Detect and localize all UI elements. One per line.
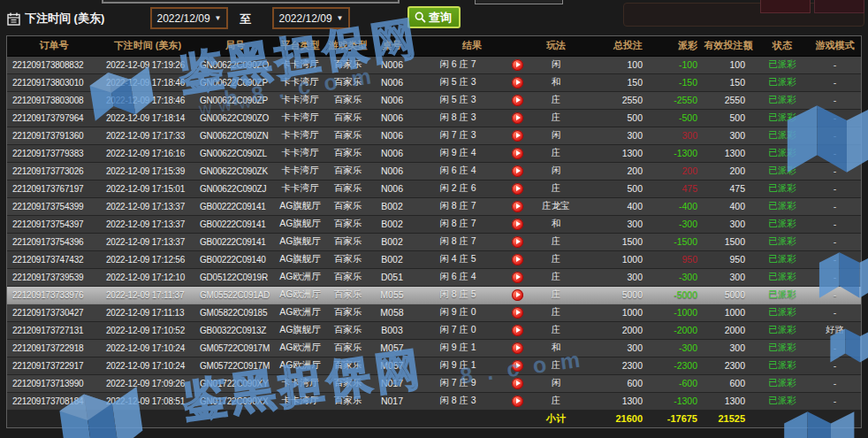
cell-mode: - xyxy=(809,73,861,91)
cell-time: 2022-12-09 17:12:10 xyxy=(101,268,194,286)
cell-platform: AG欧洲厅 xyxy=(276,357,324,374)
cell-status: 已派彩 xyxy=(756,250,809,268)
play-video-icon[interactable] xyxy=(512,360,523,372)
cell-platform: AG旗舰厅 xyxy=(276,321,324,339)
cell-result: 闲 9 庄 1 xyxy=(413,339,503,357)
table-row[interactable]: 2212091738088322022-12-09 17:19:26GN0062… xyxy=(7,56,861,73)
play-video-icon[interactable] xyxy=(512,342,523,354)
table-row[interactable]: 2212091737139902022-12-09 17:09:26GN0172… xyxy=(7,374,861,392)
table-row[interactable]: 2212091737229172022-12-09 17:10:24GM0572… xyxy=(7,357,861,374)
table-row[interactable]: 2212091737474322022-12-09 17:12:56GB0022… xyxy=(7,250,861,268)
date-from-select[interactable]: 2022/12/09 ▼ xyxy=(150,7,228,29)
table-row[interactable]: 2212091737271312022-12-09 17:10:52GB0032… xyxy=(7,321,861,339)
cell-bet: 2000 xyxy=(581,321,646,339)
play-video-icon[interactable] xyxy=(512,77,523,88)
cell-game: 百家乐 xyxy=(324,127,371,144)
play-video-icon[interactable] xyxy=(512,396,523,407)
cell-result: 闲 7 庄 3 xyxy=(413,127,503,144)
table-row[interactable]: 2212091737730262022-12-09 17:15:39GN0062… xyxy=(7,162,861,180)
table-row[interactable]: 2212091738030102022-12-09 17:18:46GN0062… xyxy=(7,73,861,91)
play-video-icon[interactable] xyxy=(512,183,523,195)
cell-platform: AG旗舰厅 xyxy=(276,250,324,268)
cell-order: 221209173722917 xyxy=(7,357,101,374)
play-video-icon[interactable] xyxy=(512,112,523,124)
cell-valid: 5000 xyxy=(701,286,756,304)
cell-result: 闲 8 庄 7 xyxy=(413,233,503,250)
cell-time: 2022-12-09 17:18:46 xyxy=(101,91,194,109)
header-game: 游戏类型 xyxy=(324,36,371,56)
play-video-icon[interactable] xyxy=(512,378,523,389)
cell-time: 2022-12-09 17:16:16 xyxy=(101,144,194,162)
table-row[interactable]: 2212091737339762022-12-09 17:11:37GM0552… xyxy=(7,286,861,304)
cell-round: GD05122C0919R xyxy=(194,268,276,286)
play-video-icon[interactable] xyxy=(512,219,523,230)
cell-bet: 300 xyxy=(581,268,646,286)
search-button[interactable]: 查询 xyxy=(407,6,461,28)
cell-time: 2022-12-09 17:15:39 xyxy=(101,162,194,180)
table-row[interactable]: 2212091737543962022-12-09 17:13:37GB0022… xyxy=(7,233,861,250)
cell-order: 221209173713990 xyxy=(7,374,101,392)
cell-platform: 卡卡湾厅 xyxy=(276,56,324,73)
table-row[interactable]: 2212091737671972022-12-09 17:15:01GN0062… xyxy=(7,180,861,197)
cell-table_no: N006 xyxy=(371,109,413,127)
table-row[interactable]: 2212091737543972022-12-09 17:13:37GB0022… xyxy=(7,215,861,233)
cell-bet: 200 xyxy=(581,162,646,180)
date-to-select[interactable]: 2022/12/09 ▼ xyxy=(272,7,350,29)
cell-order: 221209173730427 xyxy=(7,304,101,321)
play-video-icon[interactable] xyxy=(512,59,523,71)
cell-result: 闲 8 庄 3 xyxy=(413,109,503,127)
cell-replay xyxy=(503,109,531,127)
cell-replay xyxy=(503,286,531,304)
cell-time: 2022-12-09 17:08:51 xyxy=(101,392,194,410)
cell-result: 闲 8 庄 7 xyxy=(413,197,503,215)
table-row[interactable]: 2212091737304272022-12-09 17:11:13GM0582… xyxy=(7,304,861,321)
cell-payout: -150 xyxy=(646,73,701,91)
table-row[interactable]: 2212091737543992022-12-09 17:13:37GB0022… xyxy=(7,197,861,215)
table-row[interactable]: 2212091737229182022-12-09 17:10:24GM0572… xyxy=(7,339,861,357)
cell-status: 已派彩 xyxy=(756,109,809,127)
play-video-icon[interactable] xyxy=(512,272,523,283)
cell-game: 百家乐 xyxy=(324,91,371,109)
table-row[interactable]: 2212091737913602022-12-09 17:17:33GN0062… xyxy=(7,127,861,144)
cell-game: 百家乐 xyxy=(324,73,371,91)
cell-payout: -300 xyxy=(646,339,701,357)
play-video-icon[interactable] xyxy=(512,307,523,319)
cell-replay xyxy=(503,233,531,250)
cell-table_no: M057 xyxy=(371,357,413,374)
play-video-icon[interactable] xyxy=(512,254,523,265)
table-row[interactable]: 2212091737081842022-12-09 17:08:51GN0172… xyxy=(7,392,861,410)
table-row[interactable]: 2212091737979642022-12-09 17:18:14GN0062… xyxy=(7,109,861,127)
cell-order: 221209173773026 xyxy=(7,162,101,180)
play-video-icon[interactable] xyxy=(512,95,523,106)
play-video-icon[interactable] xyxy=(512,165,523,177)
play-video-icon[interactable] xyxy=(512,201,523,212)
subtotal-empty xyxy=(756,410,809,427)
header-order: 订单号 xyxy=(7,36,101,56)
table-row[interactable]: 2212091738030082022-12-09 17:18:46GN0062… xyxy=(7,91,861,109)
cell-play: 闲 xyxy=(531,56,581,73)
table-row[interactable]: 2212091737793832022-12-09 17:16:16GN0062… xyxy=(7,144,861,162)
cell-replay xyxy=(503,127,531,144)
play-video-icon[interactable] xyxy=(512,325,523,336)
cell-table_no: D051 xyxy=(371,268,413,286)
play-video-icon[interactable] xyxy=(512,289,523,301)
cell-platform: 卡卡湾厅 xyxy=(276,374,324,392)
table-row[interactable]: 2212091737395392022-12-09 17:12:10GD0512… xyxy=(7,268,861,286)
cell-bet: 500 xyxy=(581,180,646,197)
play-video-icon[interactable] xyxy=(512,236,523,248)
cell-valid: 600 xyxy=(701,374,756,392)
cell-bet: 1300 xyxy=(581,144,646,162)
cell-time: 2022-12-09 17:15:01 xyxy=(101,180,194,197)
cell-result: 闲 8 庄 3 xyxy=(413,392,503,410)
cell-result: 闲 8 庄 5 xyxy=(413,286,503,304)
cell-status: 已派彩 xyxy=(756,197,809,215)
header-status: 状态 xyxy=(756,36,809,56)
cell-table_no: N017 xyxy=(371,374,413,392)
play-video-icon[interactable] xyxy=(512,130,523,142)
cell-play: 闲 xyxy=(531,374,581,392)
play-video-icon[interactable] xyxy=(512,148,523,159)
cell-mode: - xyxy=(809,233,861,250)
cell-payout: -2550 xyxy=(646,91,701,109)
cell-replay xyxy=(503,321,531,339)
cell-status: 已派彩 xyxy=(756,321,809,339)
